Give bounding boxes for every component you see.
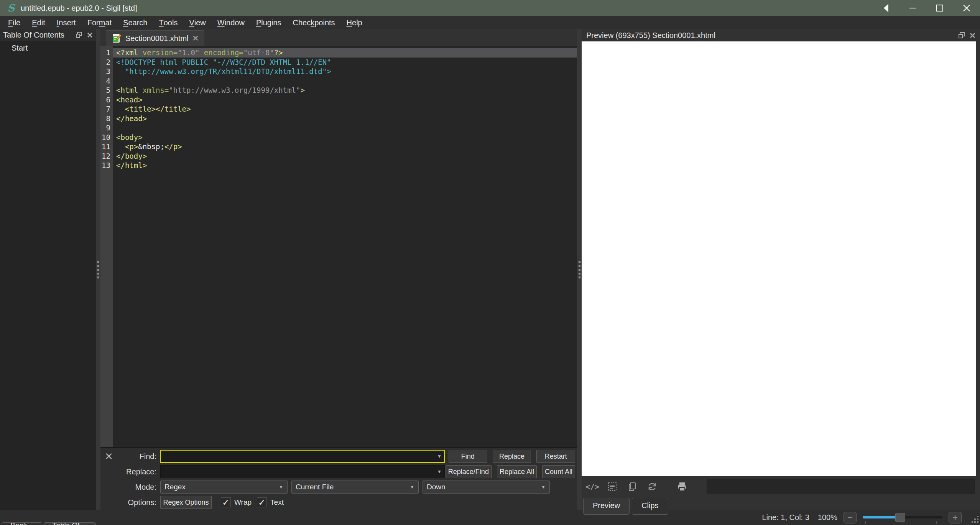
maximize-button[interactable] bbox=[926, 0, 953, 16]
menu-tools[interactable]: Tools bbox=[153, 16, 183, 29]
chevron-down-icon[interactable]: ▼ bbox=[437, 454, 442, 459]
left-triangle-icon bbox=[884, 4, 888, 12]
menu-help[interactable]: Help bbox=[341, 16, 368, 29]
find-button[interactable]: Find bbox=[449, 450, 487, 463]
dock-tab-table-of-co[interactable]: Table Of Co... bbox=[44, 522, 96, 525]
toc-item-start[interactable]: Start bbox=[0, 44, 96, 54]
find-panel-close-button[interactable]: ✕ bbox=[104, 451, 114, 461]
print-icon[interactable] bbox=[677, 481, 687, 492]
preview-title: Preview (693x755) Section0001.xhtml bbox=[586, 31, 715, 40]
menu-plugins[interactable]: Plugins bbox=[250, 16, 287, 29]
status-bar: Line: 1, Col: 3 100% − + bbox=[0, 510, 980, 525]
sigil-window: S untitled.epub - epub2.0 - Sigil [std] … bbox=[0, 0, 980, 525]
menu-view[interactable]: View bbox=[183, 16, 211, 29]
zoom-slider[interactable] bbox=[863, 512, 942, 523]
code-line-12: </body> bbox=[113, 151, 577, 161]
line-number: 7 bbox=[100, 104, 113, 114]
close-panel-button[interactable] bbox=[87, 32, 93, 38]
code-token: "utf-8" bbox=[243, 48, 274, 57]
refresh-icon[interactable] bbox=[647, 481, 658, 492]
sigil-logo-icon: S bbox=[5, 2, 17, 14]
preview-header: Preview (693x755) Section0001.xhtml bbox=[582, 29, 980, 41]
zoom-out-button[interactable]: − bbox=[844, 512, 857, 523]
code-token: <html bbox=[116, 86, 143, 94]
replace-all-button[interactable]: Replace All bbox=[497, 465, 537, 478]
line-number: 13 bbox=[100, 161, 113, 170]
zoom-slider-fill bbox=[863, 516, 900, 518]
toc-tree: Start bbox=[0, 41, 96, 54]
menu-format[interactable]: Format bbox=[82, 16, 117, 29]
checkbox-wrap[interactable]: ✓Wrap bbox=[221, 497, 252, 507]
zoom-slider-handle[interactable] bbox=[895, 513, 905, 522]
replace-find-button[interactable]: Replace/Find bbox=[446, 465, 492, 478]
close-button[interactable] bbox=[953, 0, 980, 16]
zoom-level: 100% bbox=[818, 513, 837, 522]
splitter-left[interactable] bbox=[96, 29, 100, 510]
code-editor[interactable]: 12345678910111213 <?xml version="1.0" en… bbox=[100, 46, 577, 447]
code-token: "http://www.w3.org/1999/xhtml" bbox=[169, 86, 300, 94]
close-icon bbox=[970, 33, 975, 38]
splitter-right[interactable] bbox=[577, 29, 582, 510]
dropdown-down[interactable]: Down▼ bbox=[423, 481, 550, 494]
replace-input[interactable] bbox=[160, 465, 445, 478]
replace-button[interactable]: Replace bbox=[493, 450, 531, 463]
select-all-icon[interactable] bbox=[607, 481, 618, 492]
cursor-position: Line: 1, Col: 3 bbox=[762, 513, 809, 522]
minimize-button[interactable] bbox=[899, 0, 926, 16]
line-number: 9 bbox=[100, 123, 113, 133]
menu-bar: FileEditInsertFormatSearchToolsViewWindo… bbox=[0, 16, 980, 29]
find-replace-panel: ✕ Find: ▼ FindReplaceRestart Replace: ▼ … bbox=[100, 447, 577, 510]
code-token: </html> bbox=[116, 161, 147, 170]
toc-panel: Table Of Contents Start Book B...Table O… bbox=[0, 29, 96, 510]
code-line-6: <head> bbox=[113, 95, 577, 105]
preview-toolbar: </> bbox=[582, 476, 980, 497]
menu-insert[interactable]: Insert bbox=[51, 16, 82, 29]
dock-tab-book-b[interactable]: Book B... bbox=[2, 522, 42, 525]
tab-close-icon[interactable]: ✕ bbox=[192, 35, 199, 42]
line-number: 5 bbox=[100, 86, 113, 95]
checkbox-label: Text bbox=[270, 498, 284, 507]
code-view-icon[interactable]: </> bbox=[587, 481, 598, 492]
title-bar: S untitled.epub - epub2.0 - Sigil [std] bbox=[0, 0, 980, 16]
code-token: ?> bbox=[274, 48, 283, 57]
count-all-button[interactable]: Count All bbox=[542, 465, 575, 478]
regex-options-button[interactable]: Regex Options bbox=[160, 496, 212, 509]
preview-tab-bar: PreviewClips bbox=[583, 498, 668, 515]
menu-file[interactable]: File bbox=[2, 16, 26, 29]
resize-grip-icon[interactable] bbox=[970, 513, 978, 523]
close-panel-button[interactable] bbox=[970, 33, 975, 38]
menu-checkpoints[interactable]: Checkpoints bbox=[287, 16, 341, 29]
copy-icon[interactable] bbox=[627, 481, 638, 492]
dropdown-regex[interactable]: Regex▼ bbox=[160, 481, 288, 494]
toc-panel-title: Table Of Contents bbox=[3, 31, 64, 39]
tab-section0001[interactable]: Section0001.xhtml ✕ bbox=[106, 30, 204, 46]
preview-search-input[interactable] bbox=[707, 479, 975, 494]
code-line-8: </head> bbox=[113, 114, 577, 123]
dropdown-current-file[interactable]: Current File▼ bbox=[291, 481, 419, 494]
code-line-1: <?xml version="1.0" encoding="utf-8"?> bbox=[113, 48, 577, 58]
find-input[interactable] bbox=[160, 450, 445, 463]
options-checkboxes: ✓Wrap✓Text bbox=[215, 497, 284, 507]
code-token: xmlns= bbox=[143, 86, 169, 94]
float-panel-button[interactable] bbox=[958, 32, 965, 39]
preview-tab-preview[interactable]: Preview bbox=[583, 498, 630, 515]
collapse-arrow-button[interactable] bbox=[873, 0, 899, 16]
checkbox-text[interactable]: ✓Text bbox=[257, 497, 284, 507]
line-number: 4 bbox=[100, 76, 113, 86]
code-token: version= bbox=[143, 48, 178, 57]
chevron-down-icon[interactable]: ▼ bbox=[437, 469, 442, 474]
menu-window[interactable]: Window bbox=[212, 16, 250, 29]
find-buttons-row2: Replace/FindReplace AllCount All bbox=[449, 465, 575, 478]
preview-tab-clips[interactable]: Clips bbox=[632, 498, 668, 515]
restart-button[interactable]: Restart bbox=[536, 450, 575, 463]
maximize-icon bbox=[935, 3, 945, 13]
find-buttons-row1: FindReplaceRestart bbox=[449, 450, 575, 463]
editor-column: Section0001.xhtml ✕ 12345678910111213 <?… bbox=[100, 29, 577, 510]
minimize-icon bbox=[908, 3, 918, 13]
zoom-in-button[interactable]: + bbox=[949, 512, 962, 523]
float-panel-button[interactable] bbox=[76, 31, 82, 38]
preview-content[interactable] bbox=[582, 41, 976, 476]
menu-edit[interactable]: Edit bbox=[26, 16, 51, 29]
line-number: 11 bbox=[100, 142, 113, 151]
menu-search[interactable]: Search bbox=[117, 16, 153, 29]
